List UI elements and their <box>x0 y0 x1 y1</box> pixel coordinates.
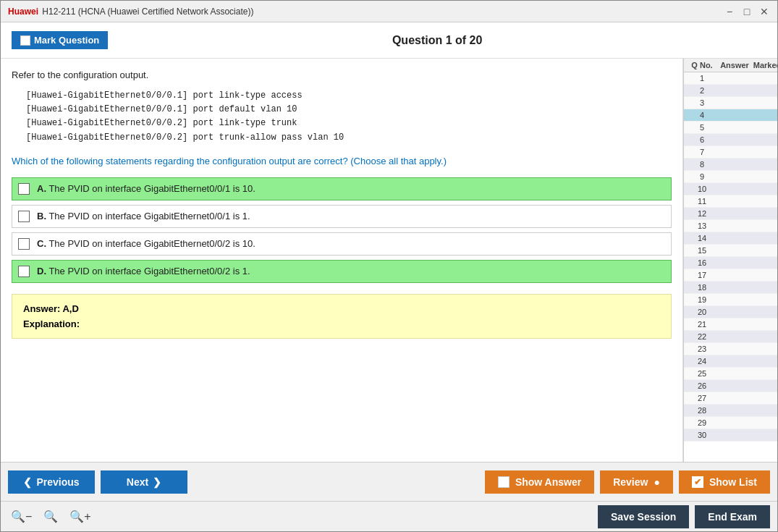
option-c-text: C. The PVID on interface GigabitEthernet… <box>37 238 255 249</box>
code-block: [Huawei-GigabitEthernet0/0/0.1] port lin… <box>26 89 672 145</box>
list-item[interactable]: 4 <box>684 109 777 122</box>
list-item[interactable]: 1 <box>684 72 777 85</box>
list-item[interactable]: 12 <box>684 208 777 220</box>
list-item[interactable]: 13 <box>684 220 777 232</box>
list-item[interactable]: 19 <box>684 294 777 306</box>
list-item[interactable]: 25 <box>684 368 777 380</box>
show-answer-icon <box>498 476 509 488</box>
header: Mark Question Question 1 of 20 <box>1 22 777 59</box>
question-title: Question 1 of 20 <box>108 34 766 47</box>
list-item[interactable]: 7 <box>684 146 777 159</box>
save-session-button[interactable]: Save Session <box>598 505 689 528</box>
code-line-2: [Huawei-GigabitEthernet0/0/0.1] port def… <box>26 103 672 117</box>
main-area: Refer to the configuration output. [Huaw… <box>1 59 777 462</box>
option-b-row[interactable]: B. The PVID on interface GigabitEthernet… <box>12 205 672 228</box>
list-item[interactable]: 8 <box>684 159 777 171</box>
prev-arrow-icon <box>23 476 32 488</box>
list-item[interactable]: 10 <box>684 183 777 195</box>
review-extra: ● <box>654 476 659 488</box>
option-c-checkbox[interactable] <box>18 238 30 250</box>
next-button[interactable]: Next <box>101 470 187 494</box>
review-button[interactable]: Review ● <box>600 470 673 494</box>
col-answer: Answer <box>716 61 753 69</box>
show-list-label: Show List <box>709 476 757 488</box>
explanation-label: Explanation: <box>23 318 660 329</box>
zoom-reset-button[interactable]: 🔍 <box>41 508 61 525</box>
option-d-row[interactable]: D. The PVID on interface GigabitEthernet… <box>12 260 672 283</box>
right-panel-header: Q No. Answer Marked <box>684 59 777 72</box>
end-exam-button[interactable]: End Exam <box>695 505 770 528</box>
list-item[interactable]: 16 <box>684 257 777 269</box>
review-label: Review <box>613 476 648 488</box>
list-item[interactable]: 14 <box>684 232 777 245</box>
option-a-checkbox[interactable] <box>18 183 30 195</box>
question-list[interactable]: 1234567891011121314151617181920212223242… <box>684 72 777 462</box>
list-item[interactable]: 21 <box>684 318 777 331</box>
window-controls: − □ ✕ <box>724 6 770 17</box>
zoom-in-button[interactable]: 🔍+ <box>67 508 93 525</box>
question-text: Which of the following statements regard… <box>12 156 672 166</box>
list-item[interactable]: 23 <box>684 343 777 355</box>
list-item[interactable]: 20 <box>684 306 777 318</box>
list-item[interactable]: 2 <box>684 85 777 97</box>
right-panel: Q No. Answer Marked 12345678910111213141… <box>683 59 777 462</box>
list-item[interactable]: 17 <box>684 269 777 282</box>
answer-line: Answer: A,D <box>23 303 660 314</box>
list-item[interactable]: 3 <box>684 97 777 109</box>
title-bar: Huawei H12-211 (HCNA (Huawei Certified N… <box>1 1 777 22</box>
option-d-text: D. The PVID on interface GigabitEthernet… <box>37 266 250 276</box>
list-item[interactable]: 29 <box>684 417 777 429</box>
next-arrow-icon <box>153 476 161 488</box>
list-item[interactable]: 5 <box>684 122 777 134</box>
show-list-button[interactable]: ✔ Show List <box>679 470 770 494</box>
bottom-toolbar2: 🔍− 🔍 🔍+ Save Session End Exam <box>1 501 777 531</box>
list-item[interactable]: 18 <box>684 282 777 294</box>
option-d-checkbox[interactable] <box>18 266 30 277</box>
code-line-3: [Huawei-GigabitEthernet0/0/0.2] port lin… <box>26 117 672 130</box>
mark-question-label: Mark Question <box>34 35 99 46</box>
window-subtitle: H12-211 (HCNA (Huawei Certified Network … <box>42 7 253 17</box>
minimize-button[interactable]: − <box>724 6 735 17</box>
show-answer-button[interactable]: Show Answer <box>485 470 594 494</box>
list-item[interactable]: 24 <box>684 355 777 368</box>
previous-button[interactable]: Previous <box>8 470 95 494</box>
previous-label: Previous <box>36 476 79 488</box>
zoom-out-button[interactable]: 🔍− <box>8 508 35 525</box>
option-c-row[interactable]: C. The PVID on interface GigabitEthernet… <box>12 232 672 256</box>
option-b-checkbox[interactable] <box>18 211 30 222</box>
list-item[interactable]: 28 <box>684 405 777 417</box>
code-line-4: [Huawei-GigabitEthernet0/0/0.2] port tru… <box>26 131 672 145</box>
show-list-check-icon: ✔ <box>692 476 703 488</box>
list-item[interactable]: 6 <box>684 134 777 146</box>
maximize-button[interactable]: □ <box>741 6 753 17</box>
brand-name: Huawei <box>8 7 38 17</box>
col-qno: Q No. <box>688 61 716 69</box>
list-item[interactable]: 9 <box>684 171 777 183</box>
question-intro: Refer to the configuration output. <box>12 69 672 80</box>
window-title: Huawei H12-211 (HCNA (Huawei Certified N… <box>8 7 253 17</box>
answer-box: Answer: A,D Explanation: <box>12 294 672 339</box>
mark-checkbox-icon <box>20 35 30 46</box>
code-line-1: [Huawei-GigabitEthernet0/0/0.1] port lin… <box>26 89 672 103</box>
bottom-toolbar: Previous Next Show Answer Review ● ✔ Sho… <box>1 462 777 501</box>
list-item[interactable]: 27 <box>684 392 777 405</box>
list-item[interactable]: 26 <box>684 380 777 392</box>
mark-question-button[interactable]: Mark Question <box>12 31 108 49</box>
list-item[interactable]: 11 <box>684 195 777 208</box>
next-label: Next <box>127 476 148 488</box>
close-button[interactable]: ✕ <box>758 6 770 17</box>
col-marked: Marked <box>753 61 777 69</box>
option-a-text: A. The PVID on interface GigabitEthernet… <box>37 183 255 194</box>
option-a-row[interactable]: A. The PVID on interface GigabitEthernet… <box>12 177 672 200</box>
list-item[interactable]: 22 <box>684 331 777 343</box>
show-answer-label: Show Answer <box>515 476 581 488</box>
question-panel: Refer to the configuration output. [Huaw… <box>1 59 683 462</box>
list-item[interactable]: 30 <box>684 429 777 442</box>
list-item[interactable]: 15 <box>684 245 777 257</box>
app-window: Huawei H12-211 (HCNA (Huawei Certified N… <box>0 0 778 532</box>
option-b-text: B. The PVID on interface GigabitEthernet… <box>37 211 250 221</box>
